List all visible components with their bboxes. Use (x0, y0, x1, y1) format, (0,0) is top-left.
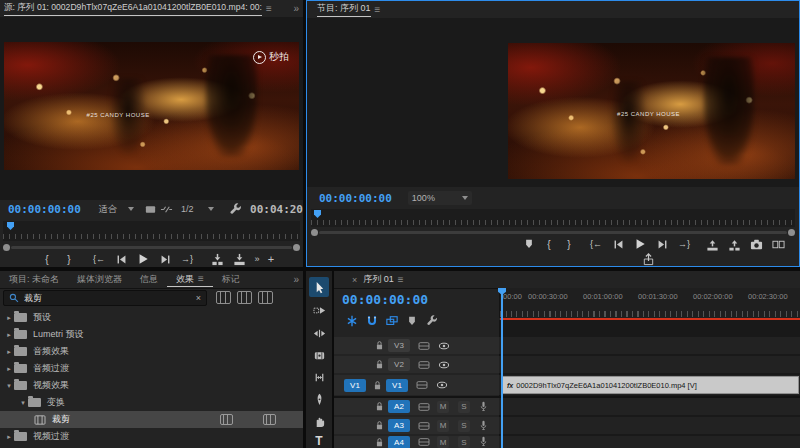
comparison-view-button[interactable] (767, 236, 789, 252)
source-mini-ruler[interactable] (3, 221, 300, 241)
track-name-button[interactable]: A2 (388, 400, 410, 413)
zoombar-left-handle[interactable] (311, 229, 318, 236)
sync-lock-icon[interactable] (416, 399, 432, 415)
lane-a4[interactable] (499, 436, 800, 448)
program-zoom-select[interactable]: 100% (408, 191, 472, 205)
selection-tool[interactable] (309, 277, 329, 297)
lift-button[interactable] (701, 236, 723, 252)
go-to-out-button[interactable]: →} (673, 236, 695, 252)
solo-button[interactable]: S (458, 420, 470, 432)
razor-tool[interactable] (309, 345, 329, 365)
step-back-button[interactable] (110, 251, 132, 267)
sync-lock-icon[interactable] (414, 377, 430, 393)
mic-icon[interactable] (476, 418, 490, 434)
tree-item-video-effects[interactable]: ▾ 视频效果 (0, 377, 303, 394)
drag-video-icon[interactable] (142, 201, 158, 217)
source-playhead[interactable] (7, 222, 14, 230)
snap-magnet-icon[interactable] (362, 313, 382, 329)
tree-item-video-transitions[interactable]: ▸ 视频过渡 (0, 428, 303, 445)
twirl-icon[interactable]: ▸ (4, 433, 14, 441)
source-tab[interactable]: 源: 序列 01: 0002D9hTlx07qZeE6A1a01041200tl… (4, 2, 262, 16)
source-settings-wrench-icon[interactable] (228, 201, 244, 217)
sync-lock-icon[interactable] (416, 418, 432, 434)
eye-icon[interactable] (436, 338, 452, 354)
source-tab-overflow-icon[interactable]: » (293, 3, 299, 14)
mute-button[interactable]: M (437, 420, 449, 432)
program-video-preview[interactable]: #25 CANDY HOUSE (508, 43, 795, 179)
twirl-icon[interactable]: ▸ (4, 365, 14, 373)
sync-lock-icon[interactable] (416, 434, 432, 448)
track-name-button[interactable]: V2 (388, 358, 410, 371)
tree-item-lumetri-presets[interactable]: ▸ Lumetri 预设 (0, 326, 303, 343)
hand-tool[interactable] (309, 411, 329, 431)
zoombar-left-handle[interactable] (3, 244, 10, 251)
program-panel-menu-icon[interactable]: ≡ (371, 4, 385, 15)
play-button[interactable] (132, 251, 154, 267)
lock-icon[interactable] (370, 377, 384, 393)
drag-audio-icon[interactable] (159, 201, 175, 217)
slip-tool[interactable] (309, 367, 329, 387)
tree-item-audio-transitions[interactable]: ▸ 音频过渡 (0, 360, 303, 377)
zoombar-right-handle[interactable] (788, 229, 795, 236)
lane-v2[interactable] (499, 356, 800, 373)
go-to-in-button[interactable]: {← (88, 251, 110, 267)
overwrite-button[interactable] (228, 251, 250, 267)
add-marker-button[interactable] (519, 236, 539, 252)
solo-button[interactable]: S (458, 401, 470, 413)
tree-item-crop-selected[interactable]: 裁剪 (0, 411, 303, 428)
mute-button[interactable]: M (437, 401, 449, 413)
solo-button[interactable]: S (458, 436, 470, 448)
program-zoom-scrollbar[interactable] (311, 228, 795, 236)
tab-effects[interactable]: 效果 ≡ (167, 273, 213, 287)
linked-selection-icon[interactable] (382, 313, 402, 329)
tab-info[interactable]: 信息 (131, 273, 167, 286)
effects-search-input[interactable]: 裁剪 × (3, 290, 207, 306)
source-resolution-select[interactable]: 1/2 (177, 202, 218, 216)
tab-sequence-01[interactable]: 序列 01 (363, 273, 394, 286)
program-tab[interactable]: 节目: 序列 01 (317, 2, 371, 17)
timeline-panel-menu-icon[interactable]: ≡ (394, 274, 408, 285)
tree-item-transform[interactable]: ▾ 变换 (0, 394, 303, 411)
ripple-edit-tool[interactable] (309, 323, 329, 343)
pen-tool[interactable] (309, 389, 329, 409)
track-name-button[interactable]: A3 (388, 419, 410, 432)
source-timecode[interactable]: 00:00:00:00 (8, 203, 81, 216)
track-name-button[interactable]: A4 (388, 436, 410, 448)
lock-icon[interactable] (372, 418, 386, 434)
program-mini-ruler[interactable] (311, 209, 795, 227)
play-button[interactable] (629, 236, 651, 252)
close-sequence-icon[interactable]: × (352, 275, 357, 285)
source-panel-menu-icon[interactable]: ≡ (262, 3, 276, 14)
go-to-in-button[interactable]: {← (585, 236, 607, 252)
tree-item-audio-effects[interactable]: ▸ 音频效果 (0, 343, 303, 360)
lane-a2[interactable] (499, 398, 800, 415)
timeline-clip-v1[interactable]: fx 0002D9hTlx07qZeE6A1a01041200tlZB0E010… (502, 376, 799, 394)
tab-markers[interactable]: 标记 (213, 273, 249, 286)
yuv-effects-filter-icon[interactable] (258, 291, 273, 304)
timeline-settings-wrench-icon[interactable] (422, 313, 442, 329)
eye-icon[interactable] (434, 377, 450, 393)
source-video-preview[interactable]: #25 CANDY HOUSE 秒拍 (4, 42, 299, 170)
lock-icon[interactable] (372, 357, 386, 373)
nest-toggle-icon[interactable] (342, 313, 362, 329)
mark-out-button[interactable]: } (559, 236, 579, 252)
track-select-forward-tool[interactable] (309, 300, 329, 320)
32-bit-color-filter-icon[interactable] (237, 291, 252, 304)
lock-icon[interactable] (372, 338, 386, 354)
timeline-timecode[interactable]: 00:00:00:00 (342, 292, 428, 307)
effects-tab-overflow-icon[interactable]: » (293, 274, 299, 285)
add-marker-icon[interactable] (402, 313, 422, 329)
program-timecode[interactable]: 00:00:00:00 (319, 192, 392, 205)
accelerated-effects-filter-icon[interactable] (216, 291, 231, 304)
tree-item-presets[interactable]: ▸ 预设 (0, 309, 303, 326)
lane-a3[interactable] (499, 417, 800, 434)
mark-in-button[interactable]: { (539, 236, 559, 252)
button-editor-add-button[interactable]: + (264, 251, 278, 267)
effects-panel-menu-icon[interactable]: ≡ (198, 273, 204, 286)
twirl-icon[interactable]: ▾ (4, 382, 14, 390)
step-back-button[interactable] (607, 236, 629, 252)
step-forward-button[interactable] (651, 236, 673, 252)
export-button[interactable] (637, 251, 659, 267)
source-patch-v1[interactable]: V1 (344, 379, 366, 392)
source-zoom-scrollbar[interactable] (3, 243, 300, 251)
